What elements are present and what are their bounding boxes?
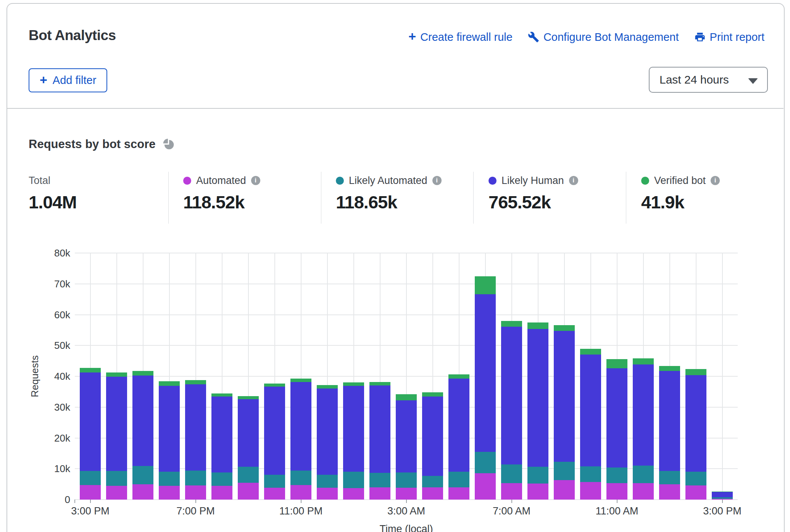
stat-label: Likely Human (501, 175, 564, 187)
stat-label: Verified bot (654, 175, 706, 187)
stat-automated: Automated i 118.52k (183, 171, 260, 213)
svg-text:11:00 AM: 11:00 AM (595, 505, 638, 517)
svg-text:40k: 40k (54, 371, 71, 382)
create-firewall-rule-label: Create firewall rule (420, 31, 513, 44)
svg-text:60k: 60k (54, 309, 71, 321)
info-icon[interactable]: i (711, 176, 720, 185)
create-firewall-rule-link[interactable]: + Create firewall rule (408, 31, 513, 44)
stat-divider (473, 172, 474, 224)
header-actions: + Create firewall rule Configure Bot Man… (408, 31, 764, 44)
svg-text:30k: 30k (54, 401, 71, 413)
svg-text:20k: 20k (54, 432, 71, 444)
stat-value: 41.9k (641, 192, 720, 213)
legend-dot-likely-human (489, 177, 497, 185)
configure-bot-management-link[interactable]: Configure Bot Management (528, 31, 679, 44)
svg-text:3:00 PM: 3:00 PM (71, 505, 110, 517)
section-title-row: Requests by bot score (29, 137, 174, 151)
wrench-icon (528, 31, 539, 43)
stat-divider (321, 172, 321, 224)
add-filter-button[interactable]: + Add filter (29, 68, 107, 92)
header-divider (7, 108, 784, 109)
svg-text:0: 0 (65, 494, 70, 505)
requests-by-bot-score-chart: 010k20k30k40k50k60k70k80k3:00 PM7:00 PM1… (0, 237, 790, 532)
stat-value: 765.52k (489, 192, 578, 213)
info-icon[interactable]: i (432, 176, 442, 185)
print-report-link[interactable]: Print report (694, 31, 764, 44)
stat-likely-human: Likely Human i 765.52k (489, 171, 578, 213)
time-range-value: Last 24 hours (659, 73, 729, 86)
stat-divider (626, 172, 626, 224)
time-range-select[interactable]: Last 24 hours (649, 67, 768, 93)
svg-text:7:00 AM: 7:00 AM (493, 505, 530, 517)
svg-text:Time (local): Time (local) (379, 523, 433, 532)
legend-dot-automated (183, 177, 191, 185)
stat-total: Total 1.04M (29, 171, 77, 213)
stat-label: Likely Automated (349, 175, 427, 187)
svg-text:Requests: Requests (29, 355, 40, 397)
stat-value: 1.04M (29, 192, 77, 213)
svg-text:11:00 PM: 11:00 PM (279, 505, 323, 517)
stat-divider (168, 172, 169, 224)
section-title: Requests by bot score (29, 137, 155, 151)
print-report-label: Print report (710, 31, 764, 44)
svg-text:3:00 PM: 3:00 PM (703, 505, 742, 517)
plus-icon: + (408, 30, 416, 43)
chevron-down-icon (748, 78, 758, 84)
svg-text:80k: 80k (54, 247, 71, 259)
stat-label: Automated (196, 175, 246, 187)
svg-text:70k: 70k (54, 278, 71, 290)
page-title: Bot Analytics (29, 27, 116, 44)
printer-icon (694, 31, 706, 43)
stats-row: Total 1.04M Automated i 118.52k Likely A… (0, 171, 790, 224)
stat-value: 118.52k (183, 192, 260, 213)
svg-text:50k: 50k (54, 340, 71, 351)
svg-text:3:00 AM: 3:00 AM (387, 505, 425, 517)
legend-dot-likely-automated (336, 177, 344, 185)
svg-text:7:00 PM: 7:00 PM (176, 505, 215, 517)
info-icon[interactable]: i (569, 176, 578, 185)
configure-bot-management-label: Configure Bot Management (543, 31, 679, 44)
pie-chart-icon (162, 138, 174, 150)
legend-dot-verified-bot (641, 177, 649, 185)
stat-label: Total (29, 175, 50, 187)
plus-icon: + (40, 73, 47, 86)
stat-verified-bot: Verified bot i 41.9k (641, 171, 720, 213)
stat-likely-automated: Likely Automated i 118.65k (336, 171, 442, 213)
add-filter-label: Add filter (53, 74, 96, 87)
svg-text:10k: 10k (54, 463, 71, 474)
stat-value: 118.65k (336, 192, 442, 213)
info-icon[interactable]: i (251, 176, 260, 185)
